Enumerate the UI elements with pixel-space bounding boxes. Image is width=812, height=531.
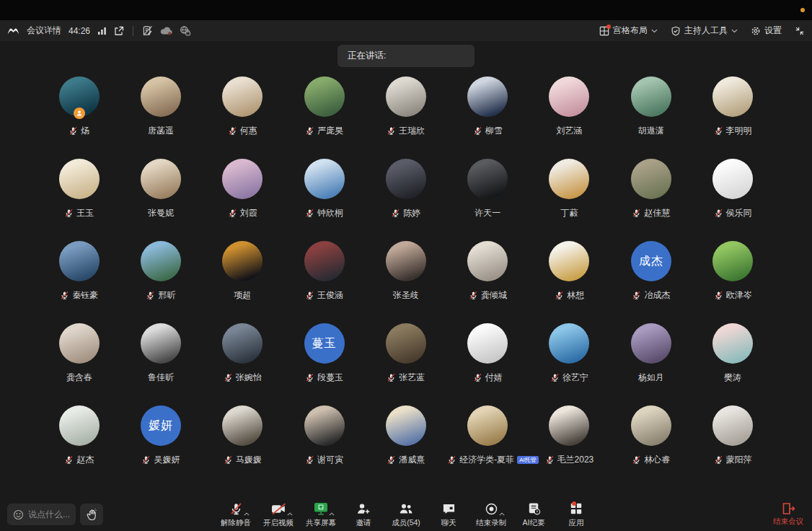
participant-tile[interactable]: 龚倾城 xyxy=(446,241,528,323)
participant-name: 王玉 xyxy=(76,207,94,219)
host-tools-button[interactable]: 主持人工具 xyxy=(671,25,738,37)
toolbar-invite-button[interactable]: 邀请 xyxy=(345,501,381,528)
mic-muted-icon xyxy=(714,291,723,300)
participant-tile[interactable]: 王瑞欣 xyxy=(365,76,446,159)
participant-tile[interactable]: 王玉 xyxy=(38,159,120,241)
participant-tile[interactable]: 刘霞 xyxy=(202,159,283,241)
participant-tile[interactable]: 秦钰豪 xyxy=(38,241,120,323)
participant-tile[interactable]: 马媛媛 xyxy=(202,405,283,488)
participant-tile[interactable]: 毛兰2023 xyxy=(529,405,610,488)
participant-tile[interactable]: 刘艺涵 xyxy=(529,76,610,159)
speaking-toast: 正在讲话: xyxy=(337,45,475,67)
participant-tile[interactable]: 鲁佳昕 xyxy=(120,323,201,405)
participant-avatar xyxy=(59,405,100,446)
interpretation-lock-icon[interactable] xyxy=(180,25,190,36)
toolbar-apps-button[interactable]: 应用 xyxy=(558,501,594,528)
mic-muted-icon xyxy=(632,455,641,465)
chevron-up-icon[interactable] xyxy=(329,506,335,519)
participant-tile[interactable]: 媛妍吴媛妍 xyxy=(120,405,201,488)
participant-avatar xyxy=(59,159,100,199)
notification-dot xyxy=(572,501,576,506)
meeting-timer: 44:26 xyxy=(69,26,90,36)
participant-tile[interactable]: 欧津岑 xyxy=(692,241,773,323)
toolbar-chat-button[interactable]: 聊天 xyxy=(431,501,467,528)
participant-tile[interactable]: 陈婷 xyxy=(365,159,446,241)
participant-name: 蒙阳萍 xyxy=(726,454,752,466)
participant-name: 唐菡遥 xyxy=(148,125,174,137)
participant-tile[interactable]: 张艺蓝 xyxy=(365,323,446,405)
participant-avatar xyxy=(222,323,262,364)
participant-avatar xyxy=(222,76,262,117)
toolbar-camera-off-button[interactable]: 开启视频 xyxy=(260,501,296,528)
participant-tile[interactable]: 赵佳慧 xyxy=(610,159,692,241)
participant-name: 樊涛 xyxy=(724,372,741,384)
participant-tile[interactable]: 龚含春 xyxy=(38,323,120,405)
exit-fullscreen-button[interactable] xyxy=(795,26,805,36)
toolbar-label: 解除静音 xyxy=(221,518,251,528)
participant-tile[interactable]: 胡遨潇 xyxy=(610,76,692,159)
participant-avatar xyxy=(141,241,181,281)
mic-muted-icon xyxy=(305,291,314,300)
participant-avatar xyxy=(631,405,671,446)
participant-name: 段蔓玉 xyxy=(317,372,343,384)
toolbar-screen-share-button[interactable]: 共享屏幕 xyxy=(303,501,339,528)
participant-tile[interactable]: 王俊涵 xyxy=(283,241,365,323)
participant-name: 冶成杰 xyxy=(644,289,670,302)
participant-tile[interactable]: 丁藙 xyxy=(529,159,610,241)
participant-tile[interactable]: 钟欣桐 xyxy=(283,159,365,241)
participant-avatar xyxy=(549,159,589,199)
participant-tile[interactable]: 张圣歧 xyxy=(365,241,446,323)
mic-muted-icon xyxy=(228,209,237,218)
toolbar-ai-notes-button[interactable]: AI纪要 xyxy=(516,501,552,528)
participant-tile[interactable]: 杨如月 xyxy=(610,323,692,405)
participant-tile[interactable]: 严庞昊 xyxy=(283,76,365,159)
settings-button[interactable]: 设置 xyxy=(751,25,782,37)
participant-tile[interactable]: 邢昕 xyxy=(120,241,201,323)
participant-tile[interactable]: 蒙阳萍 xyxy=(692,405,773,488)
participant-tile[interactable]: 李明明 xyxy=(692,76,773,159)
participant-tile[interactable]: 成杰冶成杰 xyxy=(610,241,692,323)
participant-avatar xyxy=(141,76,181,117)
participant-tile[interactable]: 项超 xyxy=(202,241,283,323)
participant-tile[interactable]: 炀 xyxy=(38,76,120,159)
cloud-recording-icon[interactable] xyxy=(160,26,172,35)
participant-tile[interactable]: 赵杰 xyxy=(38,405,120,488)
participant-tile[interactable]: 张曼妮 xyxy=(120,159,201,241)
participant-tile[interactable]: 徐艺宁 xyxy=(529,323,610,405)
participant-avatar xyxy=(631,76,671,117)
participant-tile[interactable]: 何惠 xyxy=(202,76,283,159)
participant-tile[interactable]: 柳雪 xyxy=(446,76,528,159)
participant-tile[interactable]: 侯乐同 xyxy=(692,159,773,241)
toolbar-record-button[interactable]: 结束录制 xyxy=(473,501,509,528)
toolbar-label: 结束录制 xyxy=(476,518,506,528)
participant-tile[interactable]: 谢可寅 xyxy=(283,405,365,488)
mic-muted-icon xyxy=(305,209,314,218)
participant-tile[interactable]: 潘威熹 xyxy=(365,405,446,488)
chevron-up-icon[interactable] xyxy=(287,506,293,519)
participant-tile[interactable]: 许天一 xyxy=(446,159,528,241)
participant-avatar xyxy=(222,159,262,199)
network-signal-icon[interactable] xyxy=(97,27,107,35)
chevron-up-icon[interactable] xyxy=(244,506,250,519)
end-meeting-button[interactable]: 结束会议 xyxy=(773,502,803,527)
mic-muted-icon xyxy=(64,209,74,218)
participant-tile[interactable]: 付婧 xyxy=(446,323,528,405)
participant-tile[interactable]: 林想 xyxy=(529,241,610,323)
participant-tile[interactable]: 蔓玉段蔓玉 xyxy=(283,323,365,405)
participant-tile[interactable]: 樊涛 xyxy=(692,323,773,405)
meeting-details-link[interactable]: 会议详情 xyxy=(27,25,61,37)
participant-avatar xyxy=(386,405,426,446)
participant-tile[interactable]: 林心睿 xyxy=(610,405,692,488)
participant-avatar xyxy=(631,323,671,364)
toolbar-members-button[interactable]: 成员(54) xyxy=(388,501,424,528)
chevron-up-icon[interactable] xyxy=(499,506,505,519)
open-external-icon[interactable] xyxy=(114,26,124,36)
participant-tile[interactable]: 张婉怡 xyxy=(202,323,283,405)
toolbar-mic-muted-button[interactable]: 解除静音 xyxy=(218,501,254,528)
participant-tile[interactable]: 唐菡遥 xyxy=(120,76,201,159)
participant-name: 赵杰 xyxy=(76,454,94,466)
participant-tile[interactable]: 经济学类-夏菲AI托管 xyxy=(446,405,528,488)
notes-disabled-icon[interactable] xyxy=(142,25,153,36)
participant-name: 杨如月 xyxy=(638,372,664,384)
layout-switch-button[interactable]: 宫格布局 xyxy=(599,25,658,37)
